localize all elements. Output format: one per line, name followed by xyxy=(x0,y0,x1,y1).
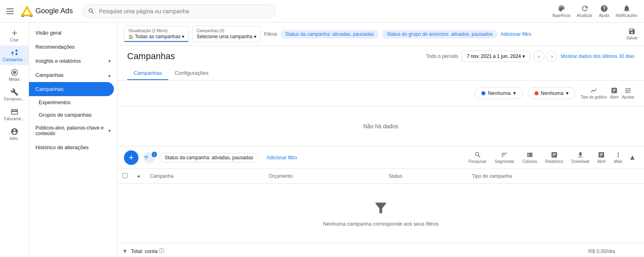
search-tool-label: Pesquisar xyxy=(469,159,486,164)
next-date-button[interactable]: › xyxy=(546,51,557,62)
sidebar-item-ferramentas[interactable]: Ferramen... xyxy=(0,85,29,105)
footer-expand-icon[interactable]: ▼ xyxy=(122,248,128,254)
table-tools: Pesquisar Segmentar Colunas Relatórios xyxy=(465,150,638,165)
sidebar-metas-label: Metas xyxy=(9,77,20,82)
save-label: Salvar xyxy=(626,36,638,40)
sidebar: Criar Campanha... Metas Ferramen... Fatu… xyxy=(0,23,29,257)
sidebar-item-faturamento[interactable]: Faturame... xyxy=(0,105,29,124)
reports-tool[interactable]: Relatórios xyxy=(542,150,566,165)
page-header: Campanhas Todo o período 7 nov. 2021 a 1… xyxy=(118,46,644,80)
no-data-area: Não há dados xyxy=(118,106,644,146)
footer-info-icon[interactable]: ⓘ xyxy=(159,247,164,255)
chart-area: Nenhuma ▾ Nenhuma ▾ Tipo de gráfico Abri… xyxy=(118,80,644,106)
add-campaign-button[interactable]: + xyxy=(124,150,138,165)
tab-campanhas[interactable]: Campanhas xyxy=(127,67,168,80)
campaign-type-col-header: Tipo de campanha xyxy=(467,169,644,184)
appearance-icon-btn[interactable]: Aparência xyxy=(552,4,570,18)
segment1-dropdown[interactable]: Nenhuma ▾ xyxy=(475,87,522,99)
tab-configuracoes[interactable]: Configurações xyxy=(168,67,215,80)
columns-tool-label: Colunas xyxy=(522,159,537,164)
appearance-label: Aparência xyxy=(552,13,570,18)
search-bar[interactable] xyxy=(83,4,276,18)
footer-total-label: Total: conta xyxy=(131,248,158,254)
columns-tool[interactable]: Colunas xyxy=(519,150,541,165)
chart-adjust-tool[interactable]: Ajustar xyxy=(622,87,634,99)
plus-icon: + xyxy=(129,153,134,162)
download-tool-label: Download xyxy=(571,159,589,164)
dropdown-chevron-icon: ▾ xyxy=(182,34,184,39)
nav-publicos-alvo[interactable]: Públicos-alvo, palavras-chave e conteúdo… xyxy=(29,121,117,140)
content-area: Visualização (2 filtros) 🏠 Todas as camp… xyxy=(118,23,644,257)
nav-insights-relatorios[interactable]: Insights e relatórios ▾ xyxy=(29,54,117,68)
nav-item-experimentos[interactable]: Experimentos xyxy=(29,96,117,109)
download-tool[interactable]: Download xyxy=(568,150,592,165)
search-tool[interactable]: Pesquisar xyxy=(465,150,489,165)
sidebar-admin-label: Adm. xyxy=(10,136,19,141)
more-tool-label: Mais xyxy=(614,159,622,164)
date-range-button[interactable]: 7 nov. 2021 a 1 jun. 2024 ▾ xyxy=(462,51,530,62)
chart-open-label: Abrir xyxy=(610,95,619,99)
segment1-dot xyxy=(481,91,485,95)
visualization-label: Visualização (2 filtros) xyxy=(128,29,184,33)
app-logo: Google Ads xyxy=(21,5,73,17)
select-all-checkbox[interactable] xyxy=(122,173,128,178)
prev-date-button[interactable]: ‹ xyxy=(533,51,545,62)
topbar-right: Aparência Atualizar Ajuda Notificações xyxy=(552,4,638,18)
sidebar-item-criar[interactable]: Criar xyxy=(0,26,29,45)
open-tool-label: Abrir xyxy=(597,159,606,164)
hamburger-menu[interactable] xyxy=(6,6,16,16)
chart-adjust-label: Ajustar xyxy=(622,95,634,99)
segment2-label: Nenhuma xyxy=(541,90,564,96)
period-label: Todo o período xyxy=(426,53,458,59)
nav-item-campanhas-active[interactable]: Campanhas xyxy=(29,82,114,96)
chart-open-tool[interactable]: Abrir xyxy=(610,87,619,99)
filter-icon-button[interactable]: 1 xyxy=(143,152,155,163)
table-filter-chip[interactable]: Status da campanha: ativadas, pausadas xyxy=(159,153,258,162)
visualization-dropdown[interactable]: Visualização (2 filtros) 🏠 Todas as camp… xyxy=(124,26,189,42)
search-input[interactable] xyxy=(83,4,276,18)
sidebar-item-admin[interactable]: Adm. xyxy=(0,124,29,144)
table-section: + 1 Status da campanha: ativadas, pausad… xyxy=(118,146,644,257)
segment2-dropdown[interactable]: Nenhuma ▾ xyxy=(528,87,576,99)
sidebar-criar-label: Criar xyxy=(10,38,19,42)
segment-tool-label: Segmentar xyxy=(495,159,514,164)
show-last-30-days-link[interactable]: Mostrar dados dos últimos 30 dias xyxy=(561,53,634,59)
segment2-chevron-icon: ▾ xyxy=(566,90,569,96)
filter-chip-adgroup-status[interactable]: Status do grupo de anúncios: ativados, p… xyxy=(382,30,497,39)
nav-campanhas-section[interactable]: Campanhas ▴ xyxy=(29,68,117,82)
nav-item-grupos-campanhas[interactable]: Grupos de campanhas xyxy=(29,109,117,121)
status-col-header: Status xyxy=(384,169,467,184)
nav-historico-alteracoes[interactable]: Histórico de alterações xyxy=(29,140,117,154)
left-nav: Visão geral Recomendações Insights e rel… xyxy=(29,23,118,257)
chevron-up-icon: ▴ xyxy=(108,72,111,78)
table-add-filter-button[interactable]: Adicionar filtro xyxy=(263,153,300,162)
campaigns-dropdown[interactable]: Campanhas (0) Selecione uma campanha ▾ xyxy=(192,26,261,42)
reports-tool-label: Relatórios xyxy=(545,159,563,164)
campaigns-dropdown-label: Campanhas (0) xyxy=(196,29,256,33)
nav-visao-geral[interactable]: Visão geral xyxy=(29,26,117,40)
sidebar-item-metas[interactable]: Metas xyxy=(0,65,29,85)
segment2-dot xyxy=(535,91,539,95)
budget-col-header: Orçamento xyxy=(264,169,384,184)
no-data-text: Não há dados xyxy=(363,123,398,130)
notifications-icon-btn[interactable]: Notificações xyxy=(616,4,638,18)
chart-type-tool[interactable]: Tipo de gráfico xyxy=(580,87,607,99)
sidebar-faturamento-label: Faturame... xyxy=(4,117,25,121)
status-dot-header: ● xyxy=(132,169,145,184)
collapse-button[interactable]: ▲ xyxy=(627,152,638,163)
filter-chip-campaign-status[interactable]: Status da campanha: ativadas, pausadas xyxy=(281,30,379,39)
help-label: Ajuda xyxy=(599,13,609,18)
segment-tool[interactable]: Segmentar xyxy=(491,150,518,165)
select-all-checkbox-header[interactable] xyxy=(118,169,132,184)
help-icon-btn[interactable]: Ajuda xyxy=(599,4,609,18)
select-campaign-label: Selecione uma campanha xyxy=(196,34,252,39)
save-button[interactable]: Salvar xyxy=(626,28,638,40)
chart-type-label: Tipo de gráfico xyxy=(580,95,607,99)
more-tool[interactable]: Mais xyxy=(611,150,625,165)
nav-recomendacoes[interactable]: Recomendações xyxy=(29,40,117,54)
add-filter-button[interactable]: Adicionar filtro xyxy=(501,31,531,37)
campaigns-table: ● Campanha Orçamento Status Tipo de camp… xyxy=(118,169,644,184)
refresh-icon-btn[interactable]: Atualizar xyxy=(577,4,592,18)
open-tool[interactable]: Abrir xyxy=(594,150,609,165)
sidebar-item-campanhas[interactable]: Campanha... xyxy=(0,45,29,65)
